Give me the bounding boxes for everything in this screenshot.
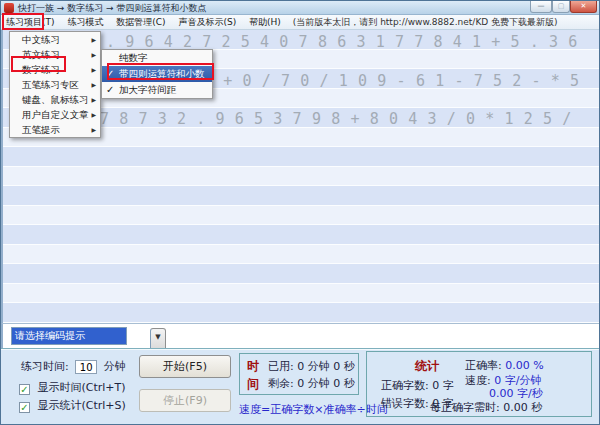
- time-used-row: 已用: 0 分钟 0 秒: [268, 359, 355, 374]
- start-button[interactable]: 开始(F5): [139, 355, 231, 378]
- submenu-arrow-icon: ▶: [91, 122, 96, 137]
- accuracy-label: 正确率:: [465, 359, 502, 372]
- version-notice: (当前版本太旧，请到 http://www.8882.net/KD 免费下载最新…: [289, 15, 558, 30]
- show-stats-row: ✓ 显示统计(Ctrl+S): [19, 398, 126, 413]
- time-box-title: 时 间: [247, 357, 260, 393]
- wrong-count-label: 错误字数:: [381, 397, 429, 410]
- practice-time-label: 练习时间:: [21, 360, 69, 373]
- checkmark-icon: ✓: [106, 82, 114, 98]
- window-title: 快打一族 → 数字练习 → 带四则运算符和小数点: [18, 2, 207, 15]
- menu-help[interactable]: 帮助(H): [244, 15, 286, 30]
- submenu-arrow-icon: ▶: [91, 92, 96, 107]
- menu-item-label: 用户自定义文章: [22, 109, 89, 120]
- menu-item-label: 五笔提示: [22, 124, 60, 135]
- submenu-arrow-icon: ▶: [91, 32, 96, 47]
- accuracy-row: 正确率: 0.00 %: [465, 358, 544, 373]
- show-time-row: ✓ 显示时间(Ctrl+T): [19, 380, 126, 395]
- submenu-arrow-icon: ▶: [91, 107, 96, 122]
- annotation-box-operators-item: [107, 63, 214, 80]
- submenu-item-wide-spacing[interactable]: ✓ 加大字符间距: [102, 82, 212, 98]
- title-bar: 快打一族 → 数字练习 → 带四则运算符和小数点 — ▢ ✕: [1, 1, 600, 15]
- annotation-box-menu: [2, 13, 44, 30]
- practice-text-line: . + 0 / 7 0 / 1 0 9 - 6 1 - 7 5 2 - * 5: [204, 72, 580, 91]
- time-box: 时 间 已用: 0 分钟 0 秒 剩余: 0 分钟 0 秒: [239, 353, 359, 395]
- menu-item-wubi-zone[interactable]: 五笔练习专区 ▶: [10, 77, 100, 92]
- submenu-item-label: 加大字符间距: [119, 84, 176, 95]
- speed-label: 速度:: [465, 374, 491, 387]
- show-stats-checkbox[interactable]: ✓: [19, 402, 30, 413]
- menu-item-label: 键盘、鼠标练习: [22, 94, 89, 105]
- close-button[interactable]: ✕: [570, 1, 597, 13]
- speed-per-second-row: 0.00 字/秒: [489, 386, 543, 401]
- practice-text-line: 7 8 7 3 2 . 9 6 5 3 7 9 8 + 8 0 4 3 / 0 …: [100, 110, 572, 129]
- submenu-item-label: 纯数字: [119, 52, 148, 63]
- menu-sound-marking[interactable]: 声音及标示(S): [173, 15, 241, 30]
- minimize-button[interactable]: —: [530, 1, 552, 13]
- per-char-time-row: 每正确字需时: 0.00 秒: [430, 400, 542, 415]
- app-window: 快打一族 → 数字练习 → 带四则运算符和小数点 — ▢ ✕ 练习项目(T) 练…: [0, 0, 600, 425]
- speed-per-second-value: 0.00 字/秒: [489, 387, 543, 400]
- time-remaining-row: 剩余: 0 分钟 0 秒: [268, 376, 355, 391]
- practice-time-row: 练习时间: 分钟: [21, 359, 126, 374]
- encoding-hint-strip: 请选择编码提示 ▼: [1, 323, 600, 348]
- menu-item-keyboard-mouse[interactable]: 键盘、鼠标练习 ▶: [10, 92, 100, 107]
- annotation-box-number-practice: [11, 56, 66, 72]
- app-icon: [4, 3, 14, 13]
- time-remaining-label: 剩余:: [268, 377, 294, 390]
- time-remaining-value: 0 分钟 0 秒: [297, 377, 355, 390]
- menu-item-custom-article[interactable]: 用户自定义文章 ▶: [10, 107, 100, 122]
- encoding-hint-combobox[interactable]: 请选择编码提示 ▼: [11, 327, 127, 345]
- time-used-label: 已用:: [268, 360, 294, 373]
- show-time-label: 显示时间(Ctrl+T): [38, 381, 126, 394]
- minutes-label: 分钟: [104, 360, 126, 373]
- show-stats-label: 显示统计(Ctrl+S): [38, 399, 126, 412]
- combobox-value: 请选择编码提示: [12, 328, 126, 344]
- submenu-arrow-icon: ▶: [91, 62, 96, 77]
- menu-item-wubi-hint[interactable]: 五笔提示 ▶: [10, 122, 100, 137]
- show-time-checkbox[interactable]: ✓: [19, 384, 30, 395]
- accuracy-value: 0.00 %: [505, 359, 543, 372]
- menu-item-chinese[interactable]: 中文练习 ▶: [10, 32, 100, 47]
- statistics-box: 统计 正确字数: 0 字 错误字数: 0 字 正确率: 0.00 % 速度: 0…: [366, 351, 592, 417]
- menu-item-label: 中文练习: [22, 34, 60, 45]
- correct-count-row: 正确字数: 0 字: [381, 378, 454, 393]
- time-char-1: 时: [247, 357, 260, 375]
- menu-practice-mode[interactable]: 练习模式: [62, 15, 108, 30]
- window-controls: — ▢ ✕: [530, 1, 597, 13]
- menu-bar: 练习项目(T) 练习模式 数据管理(C) 声音及标示(S) 帮助(H) (当前版…: [1, 15, 600, 30]
- stop-button[interactable]: 停止(F9): [139, 389, 231, 412]
- bottom-panel: 练习时间: 分钟 ✓ 显示时间(Ctrl+T) ✓ 显示统计(Ctrl+S) 开…: [1, 348, 600, 425]
- time-char-2: 间: [247, 375, 260, 393]
- per-char-time-label: 每正确字需时:: [430, 401, 500, 414]
- correct-count-value: 0 字: [432, 379, 454, 392]
- submenu-arrow-icon: ▶: [91, 47, 96, 62]
- menu-item-label: 五笔练习专区: [22, 79, 79, 90]
- time-used-value: 0 分钟 0 秒: [297, 360, 355, 373]
- statistics-title: 统计: [415, 358, 439, 375]
- submenu-arrow-icon: ▶: [91, 77, 96, 92]
- practice-time-input[interactable]: [75, 360, 97, 374]
- correct-count-label: 正确字数:: [381, 379, 429, 392]
- maximize-button[interactable]: ▢: [552, 1, 570, 13]
- practice-items-menu: 中文练习 ▶ 英文练习 ▶ 数字练习 ▶ 五笔练习专区 ▶ 键盘、鼠标练习 ▶ …: [9, 31, 101, 138]
- menu-data-management[interactable]: 数据管理(C): [111, 15, 170, 30]
- per-char-time-value: 0.00 秒: [503, 401, 542, 414]
